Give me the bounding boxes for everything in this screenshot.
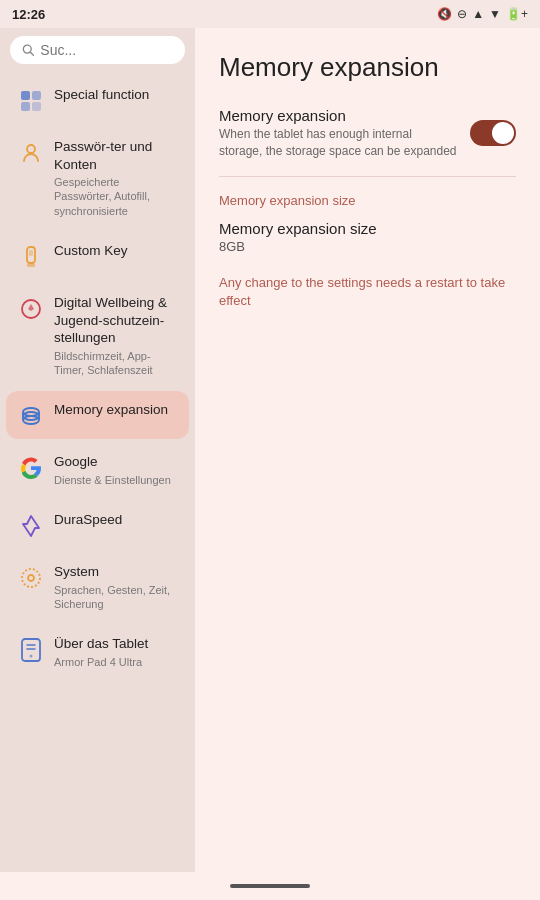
sidebar-item-passwords-subtitle: Gespeicherte Passwörter, Autofill, synch… (54, 175, 177, 218)
duraspeed-icon (18, 513, 44, 539)
home-indicator[interactable] (230, 884, 310, 888)
sidebar-item-about-tablet-label: Über das Tablet (54, 635, 148, 653)
svg-rect-3 (32, 91, 41, 100)
sidebar-item-special-function[interactable]: Special function (6, 76, 189, 124)
sidebar-item-duraspeed[interactable]: DuraSpeed (6, 501, 189, 549)
main-layout: Special function Passwör-ter und Konten … (0, 28, 540, 872)
svg-rect-5 (32, 102, 41, 111)
sidebar-item-custom-key-label: Custom Key (54, 242, 128, 260)
sidebar-item-system-label: System (54, 563, 177, 581)
sidebar-item-digital-wellbeing-label: Digital Wellbeing & Jugend-schutzein-ste… (54, 294, 177, 347)
status-bar: 12:26 🔇 ⊖ ▲ ▼ 🔋+ (0, 0, 540, 28)
custom-key-icon (18, 244, 44, 270)
content-area: Memory expansion Memory expansion When t… (195, 28, 540, 872)
battery-icon: 🔋+ (506, 7, 528, 21)
svg-point-6 (27, 145, 35, 153)
sidebar-item-google[interactable]: Google Dienste & Einstellungen (6, 443, 189, 497)
toggle-knob (492, 122, 514, 144)
sidebar-item-about-tablet-subtitle: Armor Pad 4 Ultra (54, 655, 148, 669)
status-time: 12:26 (12, 7, 45, 22)
svg-point-16 (28, 575, 34, 581)
passwords-icon (18, 140, 44, 166)
sidebar-item-system-subtitle: Sprachen, Gesten, Zeit, Sicherung (54, 583, 177, 612)
svg-rect-18 (22, 639, 40, 661)
page-title: Memory expansion (219, 52, 516, 83)
sidebar-item-system[interactable]: System Sprachen, Gesten, Zeit, Sicherung (6, 553, 189, 621)
memory-expansion-toggle-row: Memory expansion When the tablet has eno… (219, 107, 516, 160)
svg-line-1 (30, 52, 33, 55)
memory-expansion-icon (18, 403, 44, 429)
wifi-icon: ▲ (472, 7, 484, 21)
search-icon (22, 43, 34, 57)
memory-expansion-toggle-label: Memory expansion (219, 107, 458, 124)
signal-icon: ▼ (489, 7, 501, 21)
sidebar-item-custom-key[interactable]: Custom Key (6, 232, 189, 280)
sidebar-item-duraspeed-label: DuraSpeed (54, 511, 122, 529)
sidebar-item-passwords-label: Passwör-ter und Konten (54, 138, 177, 173)
sidebar-item-passwords[interactable]: Passwör-ter und Konten Gespeicherte Pass… (6, 128, 189, 228)
divider-1 (219, 176, 516, 177)
svg-point-17 (22, 569, 40, 587)
svg-rect-9 (27, 263, 35, 267)
sidebar-item-special-function-label: Special function (54, 86, 149, 104)
alarm-icon: ⊖ (457, 7, 467, 21)
digital-wellbeing-icon (18, 296, 44, 322)
storage-size-label: Memory expansion size (219, 220, 516, 237)
google-icon (18, 455, 44, 481)
svg-point-19 (30, 655, 33, 658)
search-box[interactable] (10, 36, 185, 64)
restart-warning: Any change to the settings needs a resta… (219, 274, 516, 310)
memory-expansion-toggle-desc: When the tablet has enough internal stor… (219, 126, 458, 160)
svg-rect-4 (21, 102, 30, 111)
system-icon (18, 565, 44, 591)
bottom-bar (0, 872, 540, 900)
memory-expansion-toggle[interactable] (470, 120, 516, 146)
sidebar-item-digital-wellbeing-subtitle: Bildschirmzeit, App-Timer, Schlafenszeit (54, 349, 177, 378)
svg-rect-8 (29, 250, 33, 256)
special-function-icon (18, 88, 44, 114)
sidebar-item-memory-expansion[interactable]: Memory expansion (6, 391, 189, 439)
sidebar: Special function Passwör-ter und Konten … (0, 28, 195, 872)
search-input[interactable] (40, 42, 173, 58)
memory-expansion-size-section-label: Memory expansion size (219, 193, 516, 208)
svg-rect-2 (21, 91, 30, 100)
sidebar-item-memory-expansion-label: Memory expansion (54, 401, 168, 419)
sidebar-item-digital-wellbeing[interactable]: Digital Wellbeing & Jugend-schutzein-ste… (6, 284, 189, 387)
sidebar-item-google-label: Google (54, 453, 171, 471)
status-icons: 🔇 ⊖ ▲ ▼ 🔋+ (437, 7, 528, 21)
silent-icon: 🔇 (437, 7, 452, 21)
storage-size-value: 8GB (219, 239, 516, 254)
about-tablet-icon (18, 637, 44, 663)
sidebar-item-about-tablet[interactable]: Über das Tablet Armor Pad 4 Ultra (6, 625, 189, 679)
sidebar-item-google-subtitle: Dienste & Einstellungen (54, 473, 171, 487)
storage-size-item: Memory expansion size 8GB (219, 220, 516, 254)
